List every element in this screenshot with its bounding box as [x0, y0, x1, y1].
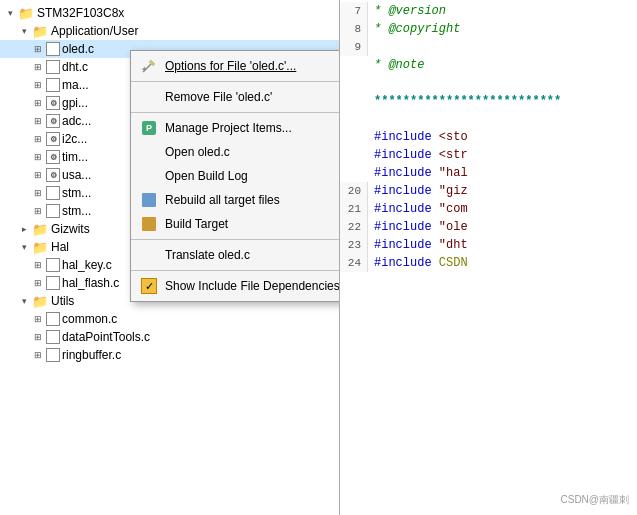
root-folder-icon: 📁 — [18, 5, 34, 21]
check-box-icon: ✓ — [141, 278, 157, 294]
line-content: #include <str — [368, 146, 637, 164]
menu-show-include[interactable]: ✓ Show Include File Dependencies — [131, 274, 340, 298]
magic-wand-icon: ✦ — [139, 58, 159, 74]
tree-item-label: hal_key.c — [62, 258, 112, 272]
file-icon-sq — [46, 276, 60, 290]
expand-icon: ⊞ — [32, 97, 44, 109]
tree-item-label: Utils — [51, 294, 74, 308]
code-line: 9 — [340, 38, 637, 56]
expand-icon: ⊞ — [32, 205, 44, 217]
code-editor-panel: 7 * @version 8 * @copyright 9 * @note **… — [340, 0, 637, 515]
line-content: #include CSDN — [368, 254, 637, 272]
tree-root[interactable]: ▾ 📁 STM32F103C8x — [0, 4, 339, 22]
folder-icon: 📁 — [32, 23, 48, 39]
expand-icon: ⊞ — [32, 115, 44, 127]
expand-icon: ▸ — [18, 223, 30, 235]
code-line: 21 #include "com — [340, 200, 637, 218]
file-icon-sq — [46, 204, 60, 218]
empty-icon — [139, 89, 159, 105]
file-tree-panel: ▾ 📁 STM32F103C8x ▾ 📁 Application/User ⊞ … — [0, 0, 340, 515]
code-line: * @note — [340, 56, 637, 74]
tree-ringbuffer-c[interactable]: ⊞ ringbuffer.c — [0, 346, 339, 364]
expand-icon: ⊞ — [32, 187, 44, 199]
line-number: 20 — [340, 182, 368, 200]
file-icon-sq: ⚙ — [46, 150, 60, 164]
watermark: CSDN@南疆刺 — [561, 493, 630, 507]
code-line: 8 * @copyright — [340, 20, 637, 38]
rebuild-box-icon — [142, 193, 156, 207]
menu-item-label: Translate oled.c — [165, 248, 340, 262]
code-line: #include "hal — [340, 164, 637, 182]
menu-item-label: Options for File 'oled.c'... — [165, 59, 340, 73]
tree-item-label: ringbuffer.c — [62, 348, 121, 362]
tree-common-c[interactable]: ⊞ common.c — [0, 310, 339, 328]
tree-application-user[interactable]: ▾ 📁 Application/User — [0, 22, 339, 40]
menu-item-label: Rebuild all target files — [165, 193, 340, 207]
file-icon-sq: ⚙ — [46, 114, 60, 128]
menu-item-label: Open oled.c — [165, 145, 340, 159]
file-icon-sq — [46, 78, 60, 92]
line-content: #include <sto — [368, 128, 637, 146]
file-icon-sq — [46, 186, 60, 200]
context-menu: ✦ Options for File 'oled.c'... Alt+F7 Re… — [130, 50, 340, 302]
tree-item-label: gpi... — [62, 96, 88, 110]
line-content: * @copyright — [368, 20, 637, 38]
menu-options-file[interactable]: ✦ Options for File 'oled.c'... Alt+F7 — [131, 54, 340, 78]
file-icon-sq: ⚙ — [46, 96, 60, 110]
code-line: ************************** — [340, 92, 637, 110]
menu-remove-file[interactable]: Remove File 'oled.c' — [131, 85, 340, 109]
menu-separator — [131, 112, 340, 113]
tree-root-label: STM32F103C8x — [37, 6, 124, 20]
expand-icon: ⊞ — [32, 151, 44, 163]
line-number: 9 — [340, 38, 368, 56]
tree-dataPointTools-c[interactable]: ⊞ dataPointTools.c — [0, 328, 339, 346]
tree-item-label: dataPointTools.c — [62, 330, 150, 344]
expand-icon: ▾ — [18, 25, 30, 37]
menu-manage-project[interactable]: P Manage Project Items... — [131, 116, 340, 140]
code-line: 7 * @version — [340, 2, 637, 20]
menu-build-target[interactable]: Build Target F7 — [131, 212, 340, 236]
menu-item-label: Build Target — [165, 217, 340, 231]
line-content: * @note — [368, 56, 637, 74]
menu-item-label: Remove File 'oled.c' — [165, 90, 340, 104]
tree-item-label: dht.c — [62, 60, 88, 74]
expand-icon: ▾ — [18, 295, 30, 307]
folder-icon: 📁 — [32, 239, 48, 255]
line-content: #include "giz — [368, 182, 637, 200]
menu-open-build-log[interactable]: Open Build Log — [131, 164, 340, 188]
line-number: 8 — [340, 20, 368, 38]
menu-translate-oled[interactable]: Translate oled.c — [131, 243, 340, 267]
tree-item-label: i2c... — [62, 132, 87, 146]
folder-icon: 📁 — [32, 221, 48, 237]
line-number: 7 — [340, 2, 368, 20]
build-box-icon — [142, 217, 156, 231]
tree-item-label: stm... — [62, 186, 91, 200]
tree-item-label: ma... — [62, 78, 89, 92]
svg-text:✦: ✦ — [141, 65, 148, 74]
expand-icon: ⊞ — [32, 133, 44, 145]
menu-rebuild-all[interactable]: Rebuild all target files — [131, 188, 340, 212]
code-line: 24 #include CSDN — [340, 254, 637, 272]
expand-icon: ⊞ — [32, 277, 44, 289]
file-icon-sq — [46, 348, 60, 362]
line-content: #include "hal — [368, 164, 637, 182]
line-content: #include "ole — [368, 218, 637, 236]
tree-item-label: usa... — [62, 168, 91, 182]
menu-open-oled[interactable]: Open oled.c — [131, 140, 340, 164]
code-line: #include <str — [340, 146, 637, 164]
line-number: 22 — [340, 218, 368, 236]
green-box-icon: P — [139, 120, 159, 136]
tree-item-label: Application/User — [51, 24, 138, 38]
expand-icon: ⊞ — [32, 331, 44, 343]
menu-separator — [131, 81, 340, 82]
code-line: 22 #include "ole — [340, 218, 637, 236]
expand-icon: ⊞ — [32, 61, 44, 73]
file-icon-sq — [46, 42, 60, 56]
code-area: 7 * @version 8 * @copyright 9 * @note **… — [340, 0, 637, 274]
line-content: #include "dht — [368, 236, 637, 254]
checkmark-icon: ✓ — [139, 278, 159, 294]
tree-item-label: tim... — [62, 150, 88, 164]
menu-item-label: Manage Project Items... — [165, 121, 340, 135]
tree-item-label: Hal — [51, 240, 69, 254]
expand-icon: ⊞ — [32, 313, 44, 325]
